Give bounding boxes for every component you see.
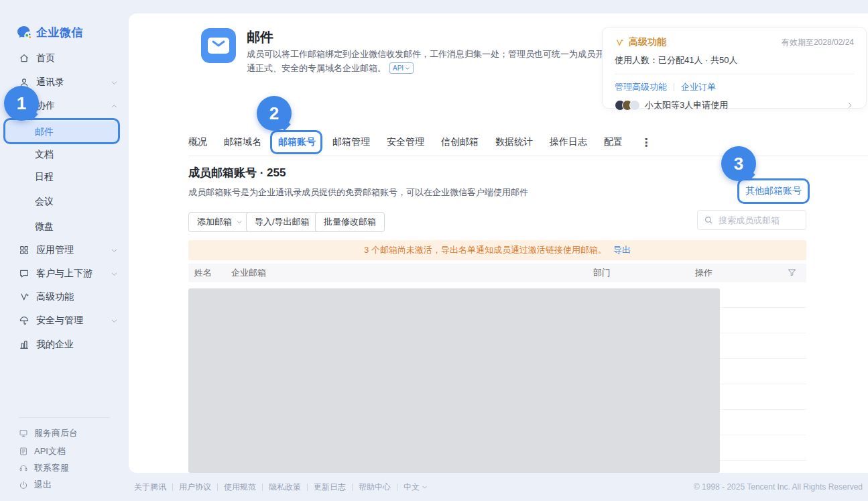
chat-bubble-icon xyxy=(19,268,29,279)
premium-v-icon xyxy=(615,38,625,48)
sidebar-item-label: 我的企业 xyxy=(36,339,74,351)
search-input[interactable] xyxy=(717,215,800,226)
company-icon xyxy=(19,339,29,350)
sidebar-item-label: 微盘 xyxy=(35,221,54,231)
import-export-label: 导入/导出邮箱 xyxy=(255,216,310,228)
sidebar-item-api-docs[interactable]: API文档 xyxy=(0,443,129,459)
tab-data-statistics[interactable]: 数据统计 xyxy=(495,136,533,148)
tab-bar: 概况 邮箱域名 邮箱账号 2 邮箱管理 安全管理 信创邮箱 数据统计 操作日志 … xyxy=(188,129,652,156)
sidebar-item-customers[interactable]: 客户与上下游 xyxy=(0,264,129,283)
sidebar-item-mail[interactable]: 邮件 1 xyxy=(5,121,119,142)
tab-xinchuang-mail[interactable]: 信创邮箱 xyxy=(441,136,479,148)
footer-separator xyxy=(307,484,308,491)
sidebar-item-label: 日程 xyxy=(35,171,54,182)
tab-label: 邮箱账号 xyxy=(278,136,316,147)
column-header-actions: 操作 xyxy=(695,264,712,282)
monitor-icon xyxy=(19,429,28,438)
annotation-step-badge-2: 2 xyxy=(257,96,292,131)
footer-link-help-center[interactable]: 帮助中心 xyxy=(359,482,391,493)
sidebar-item-collaboration[interactable]: 协作 xyxy=(0,97,129,115)
sidebar-item-schedule[interactable]: 日程 xyxy=(0,167,129,186)
footer-link-about[interactable]: 关于腾讯 xyxy=(134,482,166,493)
premium-usage-label: 使用人数： xyxy=(615,55,658,65)
page-title: 邮件 xyxy=(247,28,273,46)
add-mailbox-button[interactable]: 添加邮箱 xyxy=(188,212,251,232)
tab-security-management[interactable]: 安全管理 xyxy=(387,136,424,148)
other-mail-accounts-link[interactable]: 其他邮箱账号 3 xyxy=(745,185,802,197)
premium-v-icon xyxy=(19,292,29,302)
column-header-email: 企业邮箱 xyxy=(231,264,266,282)
tab-mail-domain[interactable]: 邮箱域名 xyxy=(224,136,261,148)
sidebar-item-label: 会议 xyxy=(35,196,54,207)
premium-panel-title: 高级功能 xyxy=(629,36,666,48)
sidebar-item-contacts[interactable]: 通讯录 xyxy=(0,73,129,92)
sidebar-item-premium-features[interactable]: 高级功能 xyxy=(0,288,129,307)
filter-icon[interactable] xyxy=(787,268,797,278)
table-body xyxy=(188,282,806,473)
tab-operation-log[interactable]: 操作日志 xyxy=(550,136,587,148)
add-mailbox-label: 添加邮箱 xyxy=(197,216,232,228)
section-title: 成员邮箱账号 · 255 xyxy=(188,165,286,180)
footer-separator xyxy=(397,484,397,491)
premium-usage: 使用人数：已分配41人 · 共50人 xyxy=(615,54,854,74)
sidebar-item-label: 首页 xyxy=(36,52,55,64)
home-icon xyxy=(19,53,29,64)
footer-links: 关于腾讯 用户协议 使用规范 隐私政策 更新日志 帮助中心 中文 xyxy=(134,473,428,501)
manage-premium-link[interactable]: 管理高级功能 xyxy=(615,81,667,93)
sidebar-item-docs[interactable]: 文档 xyxy=(0,145,129,164)
tab-overview[interactable]: 概况 xyxy=(188,136,207,148)
collaboration-icon xyxy=(19,101,29,111)
sidebar-item-drive[interactable]: 微盘 xyxy=(0,217,129,235)
sidebar-item-app-management[interactable]: 应用管理 xyxy=(0,241,129,260)
search-box[interactable] xyxy=(697,210,806,230)
api-badge-label: API xyxy=(393,63,404,73)
contacts-icon xyxy=(19,77,29,88)
footer-separator xyxy=(217,484,218,491)
tab-settings[interactable]: 配置 xyxy=(604,136,623,148)
language-selector[interactable]: 中文 xyxy=(404,482,428,493)
sidebar-item-logout[interactable]: 退出 xyxy=(0,477,129,493)
chevron-down-icon xyxy=(236,219,243,225)
batch-modify-mailbox-button[interactable]: 批量修改邮箱 xyxy=(315,212,385,232)
export-link[interactable]: 导出 xyxy=(613,244,631,256)
api-badge[interactable]: API xyxy=(389,62,414,74)
sidebar-item-my-company[interactable]: 我的企业 xyxy=(0,335,129,354)
annotation-highlight-box-1 xyxy=(3,118,120,144)
sidebar-item-home[interactable]: 首页 xyxy=(0,49,129,68)
wecom-logo[interactable]: 企业微信 xyxy=(16,24,83,40)
tab-mail-management[interactable]: 邮箱管理 xyxy=(332,136,370,148)
tab-mail-accounts[interactable]: 邮箱账号 2 xyxy=(278,136,316,148)
sidebar-item-label: 服务商后台 xyxy=(34,427,78,439)
premium-feature-panel: 高级功能 有效期至2028/02/24 使用人数：已分配41人 · 共50人 管… xyxy=(602,27,867,109)
activation-notice-bar: 3 个邮箱尚未激活，导出名单通知成员通过激活链接使用邮箱。 导出 xyxy=(188,240,806,260)
page-description: 成员可以将工作邮箱绑定到企业微信收发邮件，工作消息归集一处；管理员也可统一为成员… xyxy=(247,47,605,75)
footer-separator xyxy=(352,484,353,491)
sidebar-item-security-management[interactable]: 安全与管理 xyxy=(0,311,129,330)
sidebar-item-provider-console[interactable]: 服务商后台 xyxy=(0,425,129,441)
tab-bar-divider xyxy=(188,156,868,156)
chevron-right-icon xyxy=(846,101,854,109)
redacted-data-block xyxy=(188,288,720,473)
footer-link-changelog[interactable]: 更新日志 xyxy=(314,482,346,493)
power-icon xyxy=(19,480,28,490)
wecom-admin-page: 企业微信 首页 通讯录 协作 邮件 1 文档 日程 会议 微盘 应用管理 xyxy=(0,0,868,501)
footer-link-privacy[interactable]: 隐私政策 xyxy=(269,482,301,493)
sidebar-item-contact-support[interactable]: 联系客服 xyxy=(0,460,129,476)
column-header-department: 部门 xyxy=(593,264,611,282)
vertical-divider xyxy=(674,83,674,91)
headset-icon xyxy=(19,463,28,473)
premium-usage-value: 已分配41人 · 共50人 xyxy=(658,55,737,65)
company-orders-link[interactable]: 企业订单 xyxy=(681,81,716,93)
premium-request-row[interactable]: 小太阳等3人申请使用 xyxy=(615,99,854,111)
sidebar-item-label: 高级功能 xyxy=(36,291,74,303)
sidebar-item-label: 文档 xyxy=(35,149,54,160)
sidebar-item-label: 通讯录 xyxy=(36,76,64,89)
umbrella-icon xyxy=(19,315,29,326)
footer-link-user-agreement[interactable]: 用户协议 xyxy=(179,482,211,493)
sidebar-item-meeting[interactable]: 会议 xyxy=(0,192,129,211)
more-tabs-icon[interactable]: ⋮ xyxy=(641,136,652,149)
chevron-down-icon xyxy=(405,66,410,71)
footer-link-usage-rules[interactable]: 使用规范 xyxy=(224,482,256,493)
avatar xyxy=(629,100,640,111)
chevron-down-icon xyxy=(422,484,428,490)
